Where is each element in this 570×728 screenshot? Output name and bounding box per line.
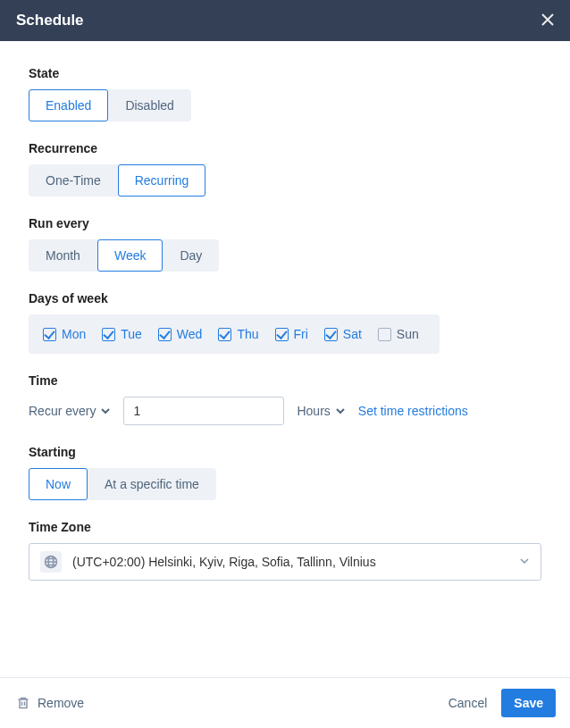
day-label: Wed <box>177 327 203 341</box>
day-thu[interactable]: Thu <box>218 327 258 341</box>
day-label: Tue <box>121 327 142 341</box>
days-section: Days of week Mon Tue Wed Thu Fri Sat Sun <box>29 291 541 354</box>
dialog-header: Schedule <box>0 0 570 41</box>
days-label: Days of week <box>29 291 541 305</box>
remove-button[interactable]: Remove <box>14 690 86 715</box>
close-icon[interactable] <box>541 13 554 29</box>
time-label: Time <box>29 373 541 388</box>
recurrence-toggle-group: One-Time Recurring <box>29 164 205 197</box>
run-every-week-button[interactable]: Week <box>97 239 163 272</box>
day-sun[interactable]: Sun <box>378 327 419 341</box>
page-title: Schedule <box>16 12 84 29</box>
footer-right: Cancel Save <box>447 689 556 717</box>
day-mon[interactable]: Mon <box>43 327 86 341</box>
run-every-section: Run every Month Week Day <box>29 216 541 272</box>
state-label: State <box>29 66 541 80</box>
starting-now-button[interactable]: Now <box>29 468 88 500</box>
run-every-label: Run every <box>29 216 541 230</box>
state-toggle-group: Enabled Disabled <box>29 89 191 121</box>
timezone-select[interactable]: (UTC+02:00) Helsinki, Kyiv, Riga, Sofia,… <box>29 543 541 581</box>
checkbox-icon <box>324 328 338 341</box>
recur-every-label: Recur every <box>29 404 96 418</box>
time-section: Time Recur every Hours Set time restrict… <box>29 373 541 425</box>
checkbox-icon <box>378 328 391 341</box>
recur-value-input[interactable] <box>123 397 284 425</box>
days-row: Mon Tue Wed Thu Fri Sat Sun <box>29 314 440 354</box>
day-label: Fri <box>294 327 308 341</box>
checkbox-icon <box>43 328 56 341</box>
time-restrictions-link[interactable]: Set time restrictions <box>358 404 468 418</box>
unit-label: Hours <box>297 404 330 418</box>
day-label: Thu <box>237 327 258 341</box>
chevron-down-icon <box>335 406 346 416</box>
recur-every-dropdown[interactable]: Recur every <box>29 404 111 418</box>
run-every-day-button[interactable]: Day <box>163 239 219 272</box>
dialog-body: State Enabled Disabled Recurrence One-Ti… <box>0 41 570 677</box>
unit-dropdown[interactable]: Hours <box>297 404 345 418</box>
chevron-down-icon <box>519 555 530 569</box>
save-button[interactable]: Save <box>501 689 556 717</box>
checkbox-icon <box>102 328 115 341</box>
state-disabled-button[interactable]: Disabled <box>108 89 190 121</box>
checkbox-icon <box>275 328 289 341</box>
starting-section: Starting Now At a specific time <box>29 445 541 500</box>
checkbox-icon <box>158 328 172 341</box>
day-fri[interactable]: Fri <box>275 327 308 341</box>
timezone-value: (UTC+02:00) Helsinki, Kyiv, Riga, Sofia,… <box>72 555 376 569</box>
timezone-left: (UTC+02:00) Helsinki, Kyiv, Riga, Sofia,… <box>40 551 376 573</box>
starting-toggle-group: Now At a specific time <box>29 468 216 500</box>
day-label: Mon <box>62 327 86 341</box>
remove-label: Remove <box>38 696 84 710</box>
state-enabled-button[interactable]: Enabled <box>29 89 108 121</box>
chevron-down-icon <box>100 406 111 416</box>
trash-icon <box>16 696 30 710</box>
run-every-month-button[interactable]: Month <box>29 239 97 272</box>
dialog-footer: Remove Cancel Save <box>0 677 570 728</box>
globe-icon <box>40 551 62 573</box>
state-section: State Enabled Disabled <box>29 66 541 121</box>
starting-label: Starting <box>29 445 541 459</box>
starting-specific-button[interactable]: At a specific time <box>88 468 216 500</box>
run-every-toggle-group: Month Week Day <box>29 239 219 272</box>
timezone-section: Time Zone (UTC+02:00) Helsinki, Kyiv, Ri… <box>29 520 541 581</box>
recurrence-onetime-button[interactable]: One-Time <box>29 164 118 197</box>
day-wed[interactable]: Wed <box>158 327 203 341</box>
recurrence-recurring-button[interactable]: Recurring <box>118 164 206 197</box>
checkbox-icon <box>218 328 231 341</box>
day-label: Sat <box>343 327 362 341</box>
day-tue[interactable]: Tue <box>102 327 142 341</box>
timezone-label: Time Zone <box>29 520 541 534</box>
recurrence-label: Recurrence <box>29 141 541 155</box>
cancel-button[interactable]: Cancel <box>447 689 490 717</box>
recurrence-section: Recurrence One-Time Recurring <box>29 141 541 197</box>
day-label: Sun <box>397 327 419 341</box>
day-sat[interactable]: Sat <box>324 327 362 341</box>
time-row: Recur every Hours Set time restrictions <box>29 397 541 425</box>
